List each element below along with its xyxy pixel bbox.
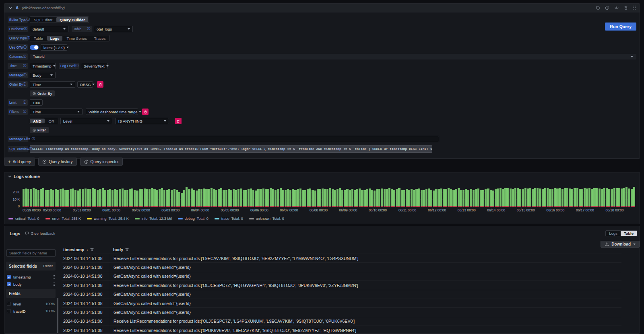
info-icon[interactable]: ⓘ (23, 46, 27, 49)
message-column-select[interactable]: Body (30, 72, 56, 78)
x-axis-tick: 06/04 00:00 (191, 208, 209, 212)
volume-bar (35, 189, 37, 207)
query-type-option-traces[interactable]: Traces (91, 35, 109, 41)
hide-response-eye-icon[interactable] (614, 6, 619, 10)
delete-query-icon[interactable] (624, 6, 628, 10)
order-by-direction-select[interactable]: DESC (77, 81, 93, 88)
query-type-option-logs[interactable]: Logs (47, 36, 63, 41)
legend-item-error[interactable]: errorTotal: 255 K (45, 217, 81, 221)
info-icon[interactable]: ⓘ (23, 101, 26, 104)
database-select[interactable]: default (30, 26, 68, 32)
log-table-row[interactable]: 2024-06-18 14:51:08GetCartAsync called w… (62, 290, 621, 299)
filter2-operator-select[interactable]: IS ANYTHING (116, 118, 169, 124)
use-otel-toggle[interactable] (30, 45, 39, 50)
bar-plot-area[interactable] (23, 186, 634, 207)
log-table-row[interactable]: 2024-06-18 14:51:08GetCartAsync called w… (62, 262, 621, 271)
legend-item-unknown[interactable]: unknownTotal: 0 (249, 217, 284, 221)
log-table-row[interactable]: 2024-06-18 14:51:08GetCartAsync called w… (62, 307, 621, 316)
info-icon[interactable]: ⓘ (24, 27, 27, 31)
query-inspector-button[interactable]: Query inspector (80, 158, 123, 166)
limit-input[interactable] (30, 99, 43, 106)
filter-bool-or[interactable]: OR (45, 118, 58, 124)
legend-item-trace[interactable]: traceTotal: 0 (215, 217, 243, 221)
legend-item-debug[interactable]: debugTotal: 0 (178, 217, 208, 221)
query-history-icon[interactable] (605, 6, 609, 10)
remove-filter-button[interactable] (142, 109, 149, 115)
add-order-by-button[interactable]: Order By (30, 90, 55, 96)
info-icon[interactable]: ⓘ (27, 18, 30, 21)
info-icon[interactable]: ⓘ (23, 83, 26, 86)
editor-type-option-query-builder[interactable]: Query Builder (56, 17, 88, 22)
query-row-header[interactable]: A (clickhouse-observability) (4, 4, 640, 12)
table-select[interactable]: otel_logs (94, 26, 133, 32)
info-icon[interactable]: ⓘ (29, 148, 32, 151)
logs-volume-header[interactable]: Logs volume (4, 172, 640, 180)
field-drag-handle-icon[interactable] (53, 283, 55, 286)
editor-type-option-sql-editor[interactable]: SQL Editor (30, 17, 56, 23)
remove-filter2-button[interactable] (175, 118, 182, 124)
info-icon[interactable]: ⓘ (23, 110, 26, 113)
run-query-button[interactable]: Run Query (605, 23, 636, 31)
log-table-row[interactable]: 2024-06-18 14:51:08GetCartAsync called w… (62, 299, 621, 307)
volume-bar (542, 189, 544, 207)
field-checkbox[interactable] (7, 309, 11, 313)
message-filter-input[interactable] (30, 136, 439, 142)
info-icon[interactable]: ⓘ (32, 137, 35, 141)
info-icon[interactable]: ⓘ (87, 27, 90, 31)
sidebar-scrollbar[interactable] (57, 298, 58, 334)
info-icon[interactable]: ⓘ (23, 55, 26, 58)
columns-multiselect[interactable]: TraceId (30, 54, 636, 59)
field-checkbox[interactable] (7, 275, 11, 279)
give-feedback-link[interactable]: Give feedback (25, 231, 55, 236)
add-filter-button[interactable]: Filter (30, 127, 49, 133)
time-column-select[interactable]: Timestamp (30, 63, 56, 69)
log-table-row[interactable]: 2024-06-18 14:51:08Receive ListRecommend… (62, 317, 621, 326)
timestamp-column-header[interactable]: timestamp ↓ (62, 247, 110, 252)
remove-order-by-button[interactable] (97, 81, 103, 88)
legend-item-info[interactable]: infoTotal: 12.3 Mil (135, 217, 172, 221)
legend-item-warning[interactable]: warningTotal: 25.4 K (87, 217, 129, 221)
legend-item-critical[interactable]: criticalTotal: 0 (8, 217, 39, 221)
download-button[interactable]: Download (601, 241, 640, 248)
order-by-field-select[interactable]: Time (30, 81, 75, 88)
info-icon[interactable]: ⓘ (23, 74, 27, 77)
volume-bar (188, 189, 190, 207)
panel-chevron-icon[interactable] (8, 174, 12, 178)
otel-version-select[interactable]: latest (1.2.9) (41, 44, 67, 51)
info-icon[interactable]: ⓘ (27, 37, 30, 40)
filter-funnel-icon[interactable] (90, 248, 94, 252)
field-checkbox[interactable] (7, 302, 11, 306)
field-drag-handle-icon[interactable] (53, 275, 55, 279)
log-table-row[interactable]: 2024-06-18 14:51:08Receive ListRecommend… (62, 254, 621, 262)
info-icon[interactable]: ⓘ (23, 64, 26, 68)
filter-operator-select[interactable]: Within dashboard time range (86, 109, 138, 115)
filter2-field-select[interactable]: Level (60, 118, 112, 124)
filter-funnel-icon[interactable] (125, 248, 129, 252)
sort-desc-icon[interactable]: ↓ (87, 248, 89, 252)
drag-handle-icon[interactable] (633, 6, 636, 10)
view-option-table[interactable]: Table (621, 231, 637, 236)
query-history-button[interactable]: Query history (38, 158, 76, 166)
query-type-option-time-series[interactable]: Time Series (63, 35, 90, 41)
field-row-level[interactable]: level100% (6, 301, 56, 307)
filter-bool-and[interactable]: AND (30, 119, 45, 123)
log-table-row[interactable]: 2024-06-18 14:51:08Receive ListRecommend… (62, 281, 621, 289)
log-level-column-select[interactable]: SeverityText (81, 63, 107, 69)
collapse-chevron-icon[interactable] (8, 6, 12, 10)
body-column-header[interactable]: body (110, 247, 129, 252)
field-row-timestamp[interactable]: timestamp (6, 274, 56, 280)
info-icon[interactable]: ⓘ (75, 64, 78, 68)
search-fields-input[interactable] (6, 249, 56, 257)
field-row-body[interactable]: body (6, 281, 56, 287)
reset-fields-button[interactable]: Reset (43, 264, 53, 268)
add-query-button[interactable]: +Add query (4, 158, 35, 166)
volume-bar (611, 189, 613, 207)
filter-field-select[interactable]: Time (30, 109, 83, 115)
field-row-traceID[interactable]: traceID100% (6, 308, 56, 314)
field-checkbox[interactable] (7, 282, 11, 286)
log-table-row[interactable]: 2024-06-18 14:51:08Receive ListRecommend… (62, 326, 621, 334)
duplicate-query-icon[interactable] (596, 6, 600, 10)
query-type-option-table[interactable]: Table (30, 35, 47, 41)
log-table-row[interactable]: 2024-06-18 14:51:08GetCartAsync called w… (62, 272, 621, 281)
view-option-logs[interactable]: Logs (606, 231, 621, 236)
